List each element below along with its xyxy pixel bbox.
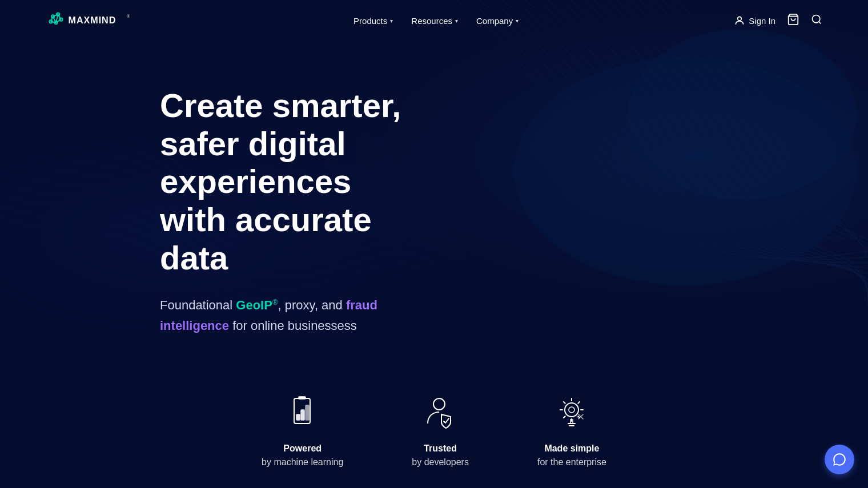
products-chevron-icon: ▾ [390, 18, 393, 24]
svg-point-14 [738, 17, 742, 21]
svg-line-37 [578, 402, 580, 404]
geoip-text: GeoIP [236, 298, 272, 312]
svg-line-36 [564, 417, 565, 418]
navbar-right: Sign In [734, 13, 822, 29]
svg-rect-25 [296, 414, 300, 420]
nav-company[interactable]: Company ▾ [476, 16, 519, 26]
svg-point-38 [569, 407, 574, 413]
features-row: Powered by machine learning Trusted by d… [0, 370, 868, 488]
svg-text:MAXMIND: MAXMIND [69, 15, 116, 25]
svg-rect-27 [306, 405, 309, 420]
svg-text:®: ® [127, 14, 130, 19]
cart-icon[interactable] [787, 13, 799, 29]
account-icon [734, 15, 745, 26]
search-icon[interactable] [811, 14, 822, 28]
developer-icon [420, 393, 460, 433]
feature-ml-text: Powered by machine learning [262, 442, 343, 469]
hero-subtitle: Foundational GeoIP®, proxy, and fraud in… [160, 295, 411, 335]
svg-point-22 [628, 29, 857, 200]
feature-enterprise-text: Made simple for the enterprise [537, 442, 606, 469]
svg-line-34 [564, 402, 565, 404]
chat-button[interactable] [825, 445, 854, 474]
navbar: MAXMIND ® Products ▾ Resources ▾ Company… [0, 0, 868, 41]
svg-rect-24 [299, 397, 306, 399]
hero-section: Create smarter, safer digital experience… [0, 0, 868, 488]
logo[interactable]: MAXMIND ® [46, 10, 138, 31]
svg-line-17 [819, 21, 821, 23]
enterprise-icon [552, 393, 592, 433]
nav-products[interactable]: Products ▾ [353, 16, 393, 26]
chat-icon [832, 452, 847, 467]
feature-trusted: Trusted by developers [412, 393, 469, 469]
sign-in-button[interactable]: Sign In [734, 15, 775, 26]
ml-icon [283, 393, 323, 433]
feature-trusted-text: Trusted by developers [412, 442, 469, 469]
nav-center: Products ▾ Resources ▾ Company ▾ [353, 16, 519, 26]
hero-content: Create smarter, safer digital experience… [0, 41, 514, 370]
hero-title: Create smarter, safer digital experience… [160, 87, 411, 277]
feature-enterprise: Made simple for the enterprise [537, 393, 606, 469]
svg-rect-26 [301, 410, 304, 420]
nav-resources[interactable]: Resources ▾ [411, 16, 458, 26]
svg-point-29 [565, 403, 578, 417]
svg-point-28 [433, 398, 445, 410]
svg-point-16 [813, 15, 820, 22]
geoip-sup: ® [272, 298, 278, 306]
company-chevron-icon: ▾ [516, 18, 519, 24]
resources-chevron-icon: ▾ [455, 18, 458, 24]
feature-ml: Powered by machine learning [262, 393, 343, 469]
